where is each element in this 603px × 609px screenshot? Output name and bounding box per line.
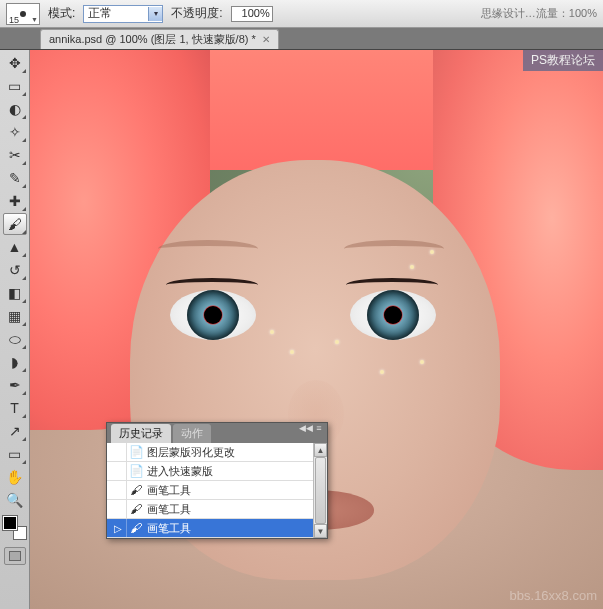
history-item-label: 画笔工具 <box>145 502 191 517</box>
history-item[interactable]: 📄 图层蒙版羽化更改 <box>107 443 327 462</box>
brush-preset-picker[interactable]: 15 ▼ <box>6 3 40 25</box>
wand-tool[interactable]: ✧ <box>3 121 27 143</box>
hand-tool[interactable]: ✋ <box>3 466 27 488</box>
foreground-swatch[interactable] <box>3 516 17 530</box>
gradient-tool[interactable]: ▦ <box>3 305 27 327</box>
brush-size-value: 15 <box>9 15 19 25</box>
history-item-label: 画笔工具 <box>145 521 191 536</box>
history-brush-tool[interactable]: ↺ <box>3 259 27 281</box>
flow-area-watermark: 思缘设计…流量：100% <box>481 6 597 21</box>
stamp-tool[interactable]: ▲ <box>3 236 27 258</box>
color-swatches[interactable] <box>3 516 27 540</box>
scroll-up-icon[interactable]: ▲ <box>314 443 327 457</box>
scroll-down-icon[interactable]: ▼ <box>314 524 327 538</box>
blend-mode-select[interactable]: 正常 ▾ <box>83 5 163 23</box>
shape-tool[interactable]: ▭ <box>3 443 27 465</box>
panel-collapse-icon[interactable]: ◀◀ <box>299 423 311 433</box>
tools-panel: ✥ ▭ ◐ ✧ ✂ ✎ ✚ 🖌 ▲ ↺ ◧ ▦ ⬭ ◗ ✒ T ↗ ▭ ✋ 🔍 <box>0 50 30 609</box>
watermark-bottom-right: bbs.16xx8.com <box>510 588 597 603</box>
history-item[interactable]: ▷ 🖌 画笔工具 <box>107 519 327 538</box>
opacity-input[interactable]: 100% <box>231 6 273 22</box>
chevron-down-icon: ▾ <box>148 7 162 21</box>
tab-actions[interactable]: 动作 <box>173 424 211 443</box>
document-tab[interactable]: annika.psd @ 100% (图层 1, 快速蒙版/8) * ✕ <box>40 29 279 49</box>
text-tool[interactable]: T <box>3 397 27 419</box>
layer-mask-icon: 📄 <box>127 445 145 459</box>
crop-tool[interactable]: ✂ <box>3 144 27 166</box>
brush-dot-icon <box>20 11 26 17</box>
zoom-tool[interactable]: 🔍 <box>3 489 27 511</box>
opacity-label: 不透明度: <box>171 5 222 22</box>
marquee-tool[interactable]: ▭ <box>3 75 27 97</box>
lasso-tool[interactable]: ◐ <box>3 98 27 120</box>
brush-tool[interactable]: 🖌 <box>3 213 27 235</box>
tab-history[interactable]: 历史记录 <box>111 424 171 443</box>
blur-tool[interactable]: ⬭ <box>3 328 27 350</box>
history-cursor-icon: ▷ <box>114 523 122 534</box>
brush-icon: 🖌 <box>127 483 145 497</box>
watermark-top-right: PS教程论坛 <box>523 50 603 71</box>
quick-mask-icon: 📄 <box>127 464 145 478</box>
history-item-label: 进入快速蒙版 <box>145 464 213 479</box>
brush-icon: 🖌 <box>127 502 145 516</box>
mode-value: 正常 <box>88 5 112 22</box>
panel-scrollbar[interactable]: ▲ ▼ <box>313 443 327 538</box>
panel-menu-icon[interactable]: ≡ <box>313 423 325 433</box>
pen-tool[interactable]: ✒ <box>3 374 27 396</box>
history-list: 📄 图层蒙版羽化更改 📄 进入快速蒙版 🖌 画笔工具 🖌 画笔工具 <box>107 443 327 538</box>
dodge-tool[interactable]: ◗ <box>3 351 27 373</box>
eyedropper-tool[interactable]: ✎ <box>3 167 27 189</box>
close-icon[interactable]: ✕ <box>262 34 270 45</box>
scroll-thumb[interactable] <box>315 457 326 524</box>
quick-mask-toggle[interactable] <box>4 547 26 565</box>
history-panel[interactable]: 历史记录 动作 ◀◀ ≡ 📄 图层蒙版羽化更改 📄 进入快速蒙版 <box>106 422 328 539</box>
heal-tool[interactable]: ✚ <box>3 190 27 212</box>
history-item-label: 图层蒙版羽化更改 <box>145 445 235 460</box>
history-item-label: 画笔工具 <box>145 483 191 498</box>
options-bar: 15 ▼ 模式: 正常 ▾ 不透明度: 100% 思缘设计…流量：100% <box>0 0 603 28</box>
history-item[interactable]: 📄 进入快速蒙版 <box>107 462 327 481</box>
chevron-down-icon: ▼ <box>31 16 38 23</box>
document-tab-bar: annika.psd @ 100% (图层 1, 快速蒙版/8) * ✕ <box>0 28 603 50</box>
eraser-tool[interactable]: ◧ <box>3 282 27 304</box>
path-select-tool[interactable]: ↗ <box>3 420 27 442</box>
document-canvas[interactable]: PS教程论坛 bbs.16xx8.com 历史记录 动作 ◀◀ ≡ 📄 图层蒙版… <box>30 50 603 609</box>
panel-tab-bar: 历史记录 动作 ◀◀ ≡ <box>107 423 327 443</box>
brush-icon: 🖌 <box>127 521 145 535</box>
move-tool[interactable]: ✥ <box>3 52 27 74</box>
document-title: annika.psd @ 100% (图层 1, 快速蒙版/8) * <box>49 32 256 47</box>
history-item[interactable]: 🖌 画笔工具 <box>107 481 327 500</box>
history-item[interactable]: 🖌 画笔工具 <box>107 500 327 519</box>
mode-label: 模式: <box>48 5 75 22</box>
